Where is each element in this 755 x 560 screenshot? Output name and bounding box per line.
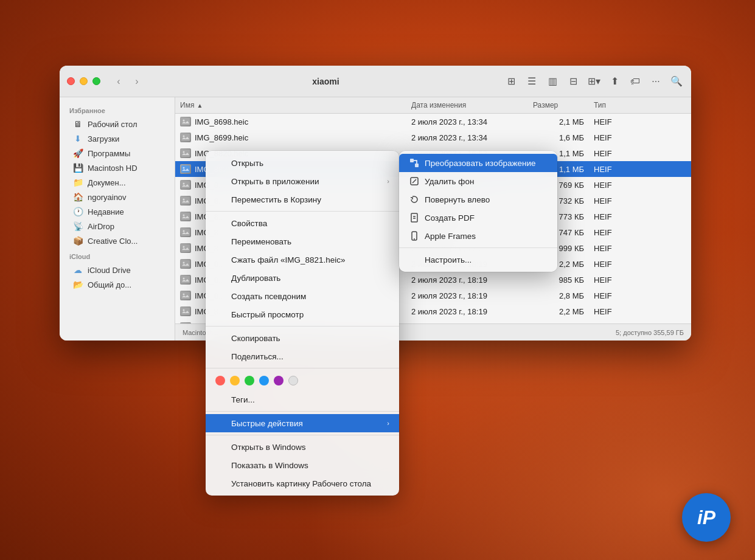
color-purple[interactable] [274,376,284,385]
sidebar-item-creative-cloud[interactable]: 📦 Creative Clo... [63,233,171,248]
list-view-button[interactable]: ☰ [524,74,539,89]
cm-trash[interactable]: Переместить в Корзину [206,190,399,209]
cm-open-with[interactable]: Открыть в приложении › [206,172,399,190]
maximize-button[interactable] [92,77,100,85]
color-blue[interactable] [259,376,269,385]
icloud-icon: ☁ [73,265,83,275]
color-yellow[interactable] [230,376,240,385]
cm-share[interactable]: Поделиться... [206,347,399,365]
sidebar-item-programs[interactable]: 🚀 Программы [63,146,171,161]
search-button[interactable]: 🔍 [669,74,684,89]
sub-rotate-left[interactable]: Повернуть влево [399,190,557,209]
sidebar-item-airdrop[interactable]: 📡 AirDrop [63,219,171,233]
svg-rect-20 [181,276,190,283]
cm-sep-4 [206,411,399,412]
rename-icon [215,236,226,247]
file-thumb [180,117,191,126]
quick-actions-arrow: › [387,420,389,427]
cm-show-windows[interactable]: Показать в Windows [206,456,399,474]
copy-icon [215,333,226,344]
color-green[interactable] [245,376,254,385]
col-header-name[interactable]: Имя ▲ [175,100,406,111]
minimize-button[interactable] [80,77,88,85]
share-icon [215,351,226,362]
table-row[interactable]: IMG_8698.heic 2 июля 2023 г., 13:34 2,1 … [175,114,691,130]
open-with-arrow: › [387,178,389,185]
cm-alias[interactable]: Создать псевдоним [206,287,399,305]
cm-quick-actions[interactable]: Быстрые действия › [206,414,399,432]
column-view-button[interactable]: ▥ [545,74,560,89]
icon-view-button[interactable]: ⊞ [504,74,518,89]
svg-rect-31 [415,164,419,167]
gallery-view-button[interactable]: ⊟ [566,74,580,89]
cm-tags[interactable]: Теги... [206,390,399,409]
file-type: HEIF [589,179,638,191]
col-header-date[interactable]: Дата изменения [406,100,528,111]
programs-icon: 🚀 [73,148,83,158]
open-with-icon [215,176,226,187]
sub-customize[interactable]: Настроить... [399,251,557,269]
cm-compress[interactable]: Сжать файл «IMG_8821.heic» [206,251,399,269]
svg-point-21 [183,278,185,280]
status-text: 5; доступно 355,59 ГБ [616,329,684,336]
sub-sep [399,247,557,248]
sidebar-item-macintosh-hd[interactable]: 💾 Macintosh HD [63,161,171,175]
forward-button[interactable]: › [128,75,145,88]
cm-duplicate[interactable]: Дублировать [206,269,399,287]
sub-remove-bg[interactable]: Удалить фон [399,172,557,190]
sidebar-item-desktop[interactable]: 🖥 Рабочий стол [63,117,171,131]
cm-sep-2 [206,326,399,327]
open-icon [215,157,226,168]
cm-set-wallpaper[interactable]: Установить картинку Рабочего стола [206,474,399,493]
col-header-type[interactable]: Тип [589,100,638,111]
svg-rect-24 [181,308,190,315]
arrange-button[interactable]: ⊞▾ [586,74,601,89]
sub-apple-frames[interactable]: Apple Frames [399,227,557,245]
file-type: HEIF [589,164,638,175]
airdrop-icon: 📡 [73,221,83,231]
svg-rect-8 [181,181,190,188]
sidebar-item-documents[interactable]: 📁 Докумен... [63,175,171,190]
tags-button[interactable]: 🏷 [628,74,642,89]
file-thumb [180,275,191,285]
back-button[interactable]: ‹ [110,75,127,88]
sidebar-item-icloud-drive[interactable]: ☁ iCloud Drive [63,263,171,277]
context-menu: Открыть Открыть в приложении › Перемести… [206,151,399,496]
sidebar-item-recent[interactable]: 🕐 Недавние [63,204,171,219]
more-button[interactable]: ··· [649,74,663,89]
sub-create-pdf[interactable]: Создать PDF [399,209,557,227]
file-type: HEIF [589,243,638,254]
file-date: 2 июля 2023 г., 18:19 [406,306,528,317]
remove-bg-icon [409,176,420,187]
close-button[interactable] [67,77,75,85]
sub-convert[interactable]: Преобразовать изображение [399,154,557,172]
svg-rect-22 [181,292,190,299]
properties-icon [215,218,226,229]
svg-rect-10 [181,197,190,204]
file-type: HEIF [589,258,638,270]
share-button[interactable]: ⬆ [607,74,622,89]
cm-rename[interactable]: Переименовать [206,232,399,251]
svg-point-5 [183,151,185,153]
cm-open[interactable]: Открыть [206,154,399,172]
sidebar-label-programs: Программы [88,149,130,158]
traffic-lights [67,77,100,85]
cm-copy[interactable]: Скопировать [206,329,399,347]
svg-rect-6 [181,165,190,173]
file-size: 2,8 МБ [528,290,589,302]
cm-properties[interactable]: Свойства [206,214,399,232]
file-type: HEIF [589,211,638,223]
color-red[interactable] [215,376,225,385]
icloud-section-title: iCloud [60,248,175,263]
pdf-icon [409,212,420,223]
sidebar-item-home[interactable]: 🏠 ngoryainov [63,190,171,204]
cm-open-windows[interactable]: Открыть в Windows [206,438,399,456]
sidebar-label-airdrop: AirDrop [88,222,114,231]
convert-icon [409,157,420,168]
cm-quicklook[interactable]: Быстрый просмотр [206,305,399,323]
sidebar-item-downloads[interactable]: ⬇ Загрузки [63,131,171,146]
sidebar-item-shared[interactable]: 📂 Общий до... [63,277,171,292]
color-gray[interactable] [288,376,298,385]
col-header-size[interactable]: Размер [528,100,589,111]
table-row[interactable]: IMG_8699.heic 2 июля 2023 г., 13:34 1,6 … [175,130,691,145]
